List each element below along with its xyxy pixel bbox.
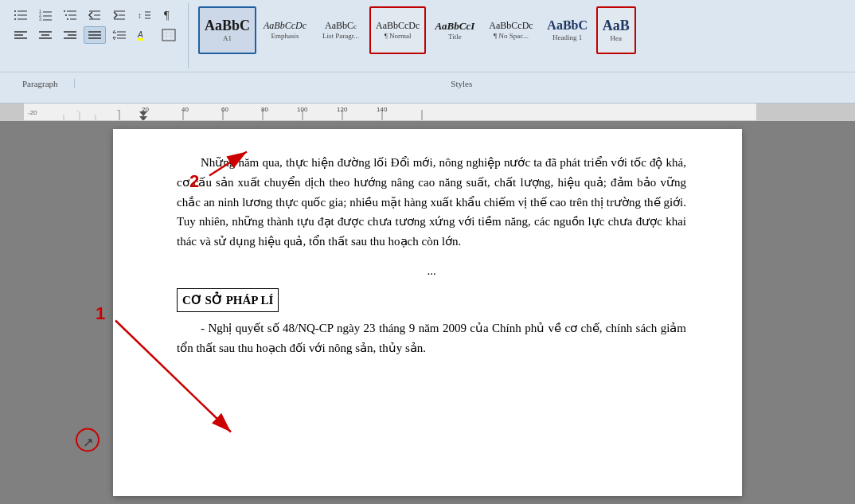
style-no-spacing-preview: AaBbCcDc xyxy=(489,21,533,30)
align-center-btn[interactable] xyxy=(34,26,57,44)
ruler: -20 . - 20 40 60 80 100 120 140 xyxy=(0,104,855,121)
svg-text:.: . xyxy=(76,106,78,113)
style-normal-label: ¶ Normal xyxy=(385,32,412,40)
ribbon-labels: Paragraph Styles xyxy=(0,72,855,94)
style-title-preview: AaBbCcI xyxy=(435,21,474,31)
svg-rect-46 xyxy=(162,29,175,41)
style-list-paragraph[interactable]: AaBbCс List Paragr... xyxy=(314,6,368,54)
style-heading-preview: AaB xyxy=(603,18,630,33)
style-heading-label: Hea xyxy=(610,34,622,42)
document-area: Những năm qua, thực hiện đường lối Đổi m… xyxy=(0,121,855,504)
svg-text:120: 120 xyxy=(337,106,348,113)
svg-text:1: 1 xyxy=(96,303,105,323)
style-heading1-preview: AaBbC xyxy=(547,19,588,32)
style-a1-preview: AaBbC xyxy=(205,18,250,33)
ruler-inner: -20 . - 20 40 60 80 100 120 140 xyxy=(0,104,855,120)
style-emphasis[interactable]: AaBbCcDc Emphasis xyxy=(258,6,312,54)
svg-rect-53 xyxy=(24,104,756,121)
line-spacing-btn[interactable] xyxy=(108,26,131,44)
svg-text:3.: 3. xyxy=(39,17,42,21)
style-normal[interactable]: AaBbCcDc ¶ Normal xyxy=(369,6,426,54)
svg-text:A: A xyxy=(137,30,143,39)
svg-text:140: 140 xyxy=(377,106,388,113)
styles-section: AaBbC A1 AaBbCcDc Emphasis AaBbCс List P… xyxy=(192,3,849,68)
svg-text:80: 80 xyxy=(261,106,268,113)
paragraph-section: 1.2.3. ↕ ¶ xyxy=(6,3,189,68)
style-emphasis-preview: AaBbCcDc xyxy=(264,21,306,30)
style-no-spacing[interactable]: AaBbCcDc ¶ No Spac... xyxy=(483,6,538,54)
style-title[interactable]: AaBbCcI Title xyxy=(428,6,482,54)
svg-text:60: 60 xyxy=(221,106,228,113)
svg-text:↕: ↕ xyxy=(138,11,142,20)
svg-text:40: 40 xyxy=(182,106,189,113)
style-heading[interactable]: AaB Hea xyxy=(596,6,636,54)
align-justify-btn[interactable] xyxy=(84,26,106,44)
ellipsis: ... xyxy=(177,261,686,280)
sort-btn[interactable]: ↕ xyxy=(133,6,155,24)
ribbon: 1.2.3. ↕ ¶ xyxy=(0,0,855,104)
svg-text:¶: ¶ xyxy=(164,10,170,21)
page[interactable]: Những năm qua, thực hiện đường lối Đổi m… xyxy=(113,129,742,496)
style-heading1-label: Heading 1 xyxy=(552,33,582,41)
sub-paragraph: - Nghị quyết số 48/NQ-CP ngày 23 tháng 9… xyxy=(177,318,686,358)
body-paragraph: Những năm qua, thực hiện đường lối Đổi m… xyxy=(177,153,686,252)
svg-rect-51 xyxy=(0,104,24,121)
list-numbered-btn[interactable]: 1.2.3. xyxy=(34,6,57,24)
style-a1[interactable]: AaBbC A1 xyxy=(198,6,256,54)
svg-text:-20: -20 xyxy=(28,109,37,116)
svg-rect-45 xyxy=(138,38,144,41)
align-right-btn[interactable] xyxy=(59,26,81,44)
style-normal-preview: AaBbCcDc xyxy=(376,21,420,30)
decrease-indent-btn[interactable] xyxy=(84,6,106,24)
align-left-btn[interactable] xyxy=(10,26,32,44)
style-list-preview: AaBbCс xyxy=(325,21,357,30)
style-emphasis-label: Emphasis xyxy=(271,32,299,40)
multilevel-list-btn[interactable] xyxy=(59,6,81,24)
svg-text:↗: ↗ xyxy=(83,436,93,449)
highlight-color-btn[interactable]: A xyxy=(133,26,155,44)
heading-text: CƠ SỞ PHÁP LÍ xyxy=(177,288,279,312)
borders-btn[interactable] xyxy=(158,26,180,44)
style-a1-label: A1 xyxy=(223,34,232,42)
styles-section-label: Styles xyxy=(75,79,849,88)
style-list-label: List Paragr... xyxy=(322,32,359,40)
svg-rect-52 xyxy=(756,104,855,121)
svg-text:100: 100 xyxy=(297,106,308,113)
heading-line: CƠ SỞ PHÁP LÍ xyxy=(177,288,686,312)
style-no-spacing-label: ¶ No Spac... xyxy=(494,32,529,40)
show-hide-btn[interactable]: ¶ xyxy=(158,6,180,24)
increase-indent-btn[interactable] xyxy=(108,6,131,24)
style-heading1[interactable]: AaBbC Heading 1 xyxy=(541,6,595,54)
styles-gallery: AaBbC A1 AaBbCcDc Emphasis AaBbCс List P… xyxy=(198,6,845,58)
svg-point-81 xyxy=(76,429,99,451)
list-bullets-btn[interactable] xyxy=(10,6,32,24)
paragraph-section-label: Paragraph xyxy=(6,79,75,88)
svg-text:-: - xyxy=(117,106,119,113)
style-title-label: Title xyxy=(448,33,462,41)
